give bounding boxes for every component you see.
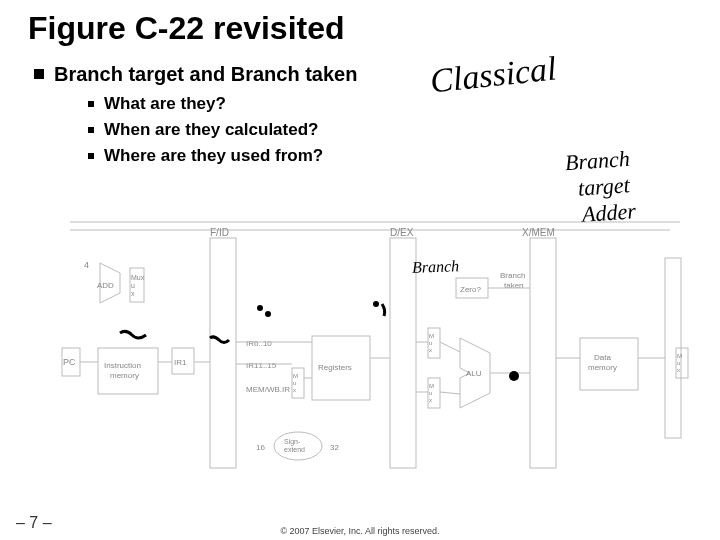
svg-text:u: u <box>131 282 135 289</box>
svg-point-71 <box>265 311 271 317</box>
svg-text:PC: PC <box>63 357 76 367</box>
svg-text:x: x <box>677 367 680 373</box>
svg-point-72 <box>373 301 379 307</box>
svg-text:4: 4 <box>84 260 89 270</box>
svg-text:memory: memory <box>588 363 617 372</box>
sub-bullet-text: Where are they used from? <box>104 146 323 166</box>
sub-bullet-list: What are they? When are they calculated?… <box>88 94 692 166</box>
svg-text:M: M <box>293 373 298 379</box>
square-bullet-icon <box>88 101 94 107</box>
svg-text:x: x <box>429 397 432 403</box>
svg-text:M: M <box>429 383 434 389</box>
svg-text:M: M <box>677 353 682 359</box>
svg-rect-4 <box>530 238 556 468</box>
svg-text:u: u <box>429 340 432 346</box>
svg-text:ADD: ADD <box>97 281 114 290</box>
svg-text:x: x <box>429 347 432 353</box>
svg-text:u: u <box>677 360 680 366</box>
svg-text:32: 32 <box>330 443 339 452</box>
svg-text:Registers: Registers <box>318 363 352 372</box>
svg-text:taken: taken <box>504 281 524 290</box>
svg-text:IR1: IR1 <box>174 358 187 367</box>
svg-point-70 <box>257 305 263 311</box>
svg-rect-3 <box>390 238 416 468</box>
main-bullet: Branch target and Branch taken <box>34 63 692 86</box>
stage-label-fid: F/ID <box>210 227 229 238</box>
svg-text:Zero?: Zero? <box>460 285 481 294</box>
square-bullet-icon <box>88 127 94 133</box>
svg-text:IR6..10: IR6..10 <box>246 339 272 348</box>
svg-text:x: x <box>293 387 296 393</box>
svg-text:Instruction: Instruction <box>104 361 141 370</box>
stage-label-xmem: X/MEM <box>522 227 555 238</box>
handwriting-target: target <box>577 172 630 202</box>
svg-text:u: u <box>293 380 296 386</box>
sub-bullet-text: What are they? <box>104 94 226 114</box>
sub-bullet-2: Where are they used from? <box>88 146 692 166</box>
main-bullet-text: Branch target and Branch taken <box>54 63 357 86</box>
svg-text:MEM/WB.IR: MEM/WB.IR <box>246 385 290 394</box>
svg-line-65 <box>440 392 460 394</box>
sub-bullet-0: What are they? <box>88 94 692 114</box>
svg-text:IR11..15: IR11..15 <box>246 361 277 370</box>
svg-text:extend: extend <box>284 446 305 453</box>
square-bullet-icon <box>88 153 94 159</box>
copyright-text: © 2007 Elsevier, Inc. All rights reserve… <box>280 526 439 536</box>
svg-text:x: x <box>131 290 135 297</box>
svg-text:Mux: Mux <box>131 274 145 281</box>
svg-text:memory: memory <box>110 371 139 380</box>
sub-bullet-1: When are they calculated? <box>88 120 692 140</box>
slide: Figure C-22 revisited Branch target and … <box>0 0 720 540</box>
svg-text:u: u <box>429 390 432 396</box>
svg-text:Data: Data <box>594 353 611 362</box>
svg-text:M: M <box>429 333 434 339</box>
svg-line-64 <box>440 342 460 352</box>
page-number: – 7 – <box>16 514 52 532</box>
svg-text:Branch: Branch <box>500 271 525 280</box>
svg-text:16: 16 <box>256 443 265 452</box>
svg-rect-2 <box>210 238 236 468</box>
svg-point-73 <box>509 371 519 381</box>
square-bullet-icon <box>34 69 44 79</box>
svg-text:ALU: ALU <box>466 369 482 378</box>
pipeline-diagram: F/ID D/EX X/MEM ADD 4 Mux u x PC Instruc… <box>60 218 700 508</box>
slide-title: Figure C-22 revisited <box>28 10 692 47</box>
stage-label-dex: D/EX <box>390 227 414 238</box>
sub-bullet-text: When are they calculated? <box>104 120 318 140</box>
svg-text:Sign-: Sign- <box>284 438 301 446</box>
